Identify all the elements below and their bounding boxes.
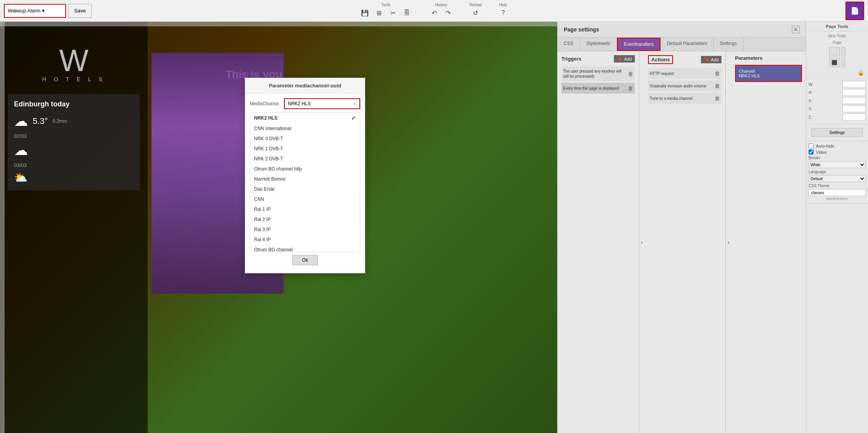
dropdown-option-0[interactable]: NRK2 HLS ✓ xyxy=(250,113,360,123)
tab-stylesheets[interactable]: Stylesheets xyxy=(580,38,617,51)
x-input[interactable] xyxy=(842,97,866,104)
tab-css[interactable]: CSS xyxy=(558,38,580,51)
actions-header: Actions 🔖 Add xyxy=(648,55,722,64)
mediachannel-label: MediaChanne xyxy=(250,101,281,106)
redo-icon[interactable]: ↷ xyxy=(442,7,454,19)
dropdown-option-4[interactable]: NRK 2 DVB-T xyxy=(250,154,360,164)
width-input[interactable] xyxy=(842,81,866,88)
hotel-name-text: H O T E L S xyxy=(42,76,105,82)
help-icon[interactable]: ? xyxy=(497,7,509,19)
add-trigger-icon: 🔖 xyxy=(617,56,622,61)
y-input[interactable] xyxy=(842,105,866,112)
dropdown-ok-button[interactable]: Ok xyxy=(292,255,317,265)
cut-icon[interactable]: ✂ xyxy=(387,7,399,19)
dropdown-option-1[interactable]: CNN International xyxy=(250,123,360,134)
item-tool-2-icon[interactable] xyxy=(842,47,845,56)
delete-action-2-icon[interactable]: 🗑 xyxy=(715,83,720,89)
tools-section: Tools 💾 ⊞ ✂ 🗄 xyxy=(359,3,413,19)
item-resize-icon[interactable]: ⬜ xyxy=(829,47,840,56)
dropdown-list[interactable]: NRK2 HLS ✓ CNN International NRK 3 DVB-T… xyxy=(250,112,360,252)
autohide-checkbox[interactable] xyxy=(809,143,814,148)
dropdown-selected-value[interactable]: NRK2 HLS ✕ xyxy=(285,99,359,108)
close-panel-button[interactable]: ✕ xyxy=(792,26,800,33)
z-input[interactable] xyxy=(842,113,866,120)
tab-eventhandlers[interactable]: Eventhandlers xyxy=(617,38,661,51)
parameters-title: Parameters xyxy=(735,55,763,61)
delete-trigger-1-icon[interactable]: 🗑 xyxy=(628,71,633,77)
dropdown-option-11[interactable]: Rai 3 IP xyxy=(250,224,360,235)
weather-row-1: ☁ 5.3° 0.2mm xyxy=(14,113,134,129)
param-channel-value: NRK2 HLS xyxy=(739,73,798,78)
precip-1: 0.2mm xyxy=(52,118,67,124)
dropdown-option-7[interactable]: Das Erste xyxy=(250,184,360,194)
weather-row-2: ☁ xyxy=(14,142,134,158)
dropdown-option-3[interactable]: NRK 1 DVB-T xyxy=(250,144,360,154)
dropdown-option-12[interactable]: Rai 4 IP xyxy=(250,235,360,245)
weather-row-3: ⛅ xyxy=(14,171,134,184)
parameter-item-channel[interactable]: Channel: NRK2 HLS xyxy=(735,65,802,82)
dropdown-option-2[interactable]: NRK 3 DVB-T xyxy=(250,134,360,144)
css-theme-input[interactable] xyxy=(809,189,866,196)
triggers-add-button[interactable]: 🔖 Add xyxy=(614,55,635,63)
page-name-select[interactable]: Wakeup Alarm ▾ xyxy=(4,4,66,18)
z-row: Z: xyxy=(809,113,866,120)
reload-icon[interactable]: ↺ xyxy=(470,7,481,19)
sun-cloud-icon: ⛅ xyxy=(14,172,28,184)
trigger-item-2[interactable]: Every time the page is displayed 🗑 xyxy=(561,83,635,94)
css-theme-label: CSS Theme xyxy=(809,184,830,188)
dropdown-option-8[interactable]: CNN xyxy=(250,194,360,204)
language-row: Language xyxy=(809,170,866,174)
page-tools-icon[interactable]: 📄 xyxy=(845,2,864,20)
language-select[interactable]: Default xyxy=(809,175,866,182)
dropdown-modal-body: MediaChanne NRK2 HLS ✕ NRK2 HLS ✓ CNN In… xyxy=(245,94,365,273)
layers-icon[interactable]: ⊞ xyxy=(373,7,385,19)
height-input[interactable] xyxy=(842,89,866,96)
actions-add-button[interactable]: 🔖 Add xyxy=(701,56,722,63)
y-label: Y: xyxy=(809,107,812,111)
delete-action-1-icon[interactable]: 🗑 xyxy=(715,70,720,77)
action-item-1[interactable]: HTTP request 🗑 xyxy=(648,68,722,79)
dropdown-list-container: NRK2 HLS ✓ CNN International NRK 3 DVB-T… xyxy=(250,112,360,252)
tab-settings[interactable]: Settings xyxy=(714,38,743,51)
x-row: X: xyxy=(809,97,866,104)
dropdown-select-wrapper[interactable]: NRK2 HLS ✕ xyxy=(284,98,360,109)
video-checkbox[interactable] xyxy=(809,150,814,155)
dropdown-option-13[interactable]: Otrum BG channel xyxy=(250,245,360,252)
action-item-3[interactable]: Tune to a media channel 🗑 xyxy=(648,93,722,104)
border-select[interactable]: White xyxy=(809,161,866,168)
delete-trigger-2-icon[interactable]: 🗑 xyxy=(628,85,633,91)
database-icon[interactable]: 🗄 xyxy=(401,7,413,19)
item-scale-icon[interactable] xyxy=(842,58,845,67)
mediachannel-row: MediaChanne NRK2 HLS ✕ xyxy=(250,98,360,109)
item-tools-icons-row2: ⬛ xyxy=(809,58,866,67)
dropdown-option-9[interactable]: Rai 1 IP xyxy=(250,204,360,214)
tab-default-parameters[interactable]: Default Parameters xyxy=(661,38,713,51)
save-button[interactable]: Save xyxy=(68,4,92,18)
tools-icons: 💾 ⊞ ✂ 🗄 xyxy=(359,7,413,19)
autohide-row: Auto-hide xyxy=(809,143,866,148)
triggers-title: Triggers xyxy=(561,56,581,62)
dropdown-option-5[interactable]: Otrum BG channel http xyxy=(250,164,360,174)
hotel-w-letter: W xyxy=(42,45,105,76)
trigger-item-1[interactable]: The user pressed any key(key will still … xyxy=(561,66,635,81)
parameters-column: Parameters Channel: NRK2 HLS xyxy=(731,51,806,433)
item-move-icon[interactable]: ⬛ xyxy=(829,58,840,67)
hotel-logo: W H O T E L S xyxy=(42,45,105,82)
settings-button[interactable]: Settings xyxy=(811,128,863,137)
reload-section: Reload ↺ xyxy=(469,3,482,19)
cloud-icon-2: ☁ xyxy=(14,142,28,158)
undo-icon[interactable]: ↶ xyxy=(428,7,440,19)
video-label: Video xyxy=(816,150,827,155)
dropdown-option-6[interactable]: Marriott Bonvoi xyxy=(250,174,360,184)
video-row: Video xyxy=(809,150,866,155)
autohide-label: Auto-hide xyxy=(816,144,834,148)
delete-action-3-icon[interactable]: 🗑 xyxy=(715,95,720,101)
width-row: W: xyxy=(809,81,866,88)
action-item-2[interactable]: Gradually increase audio volume 🗑 xyxy=(648,80,722,91)
help-label: Help xyxy=(499,3,507,7)
save-tool-icon[interactable]: 💾 xyxy=(359,7,371,19)
dropdown-option-10[interactable]: Rai 2 IP xyxy=(250,214,360,224)
page-tools-header: Page Tools xyxy=(806,22,868,31)
dropdown-clear-icon[interactable]: ✕ xyxy=(353,102,356,106)
top-toolbar: Wakeup Alarm ▾ Save Tools 💾 ⊞ ✂ 🗄 Histor… xyxy=(0,0,868,22)
